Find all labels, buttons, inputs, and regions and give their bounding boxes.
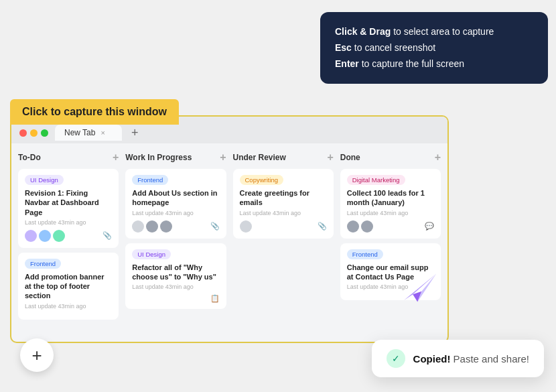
kanban-card[interactable]: Digital MarketingCollect 100 leads for 1… [340, 169, 441, 239]
card-attachment-icon: 📎 [102, 231, 112, 240]
card-attachment-icon: 📎 [210, 222, 220, 231]
avatar [240, 220, 252, 233]
card-tag: Copywriting [240, 175, 284, 185]
card-meta: Last update 43min ago [347, 210, 434, 216]
card-footer: 💬 [347, 220, 434, 233]
capture-banner[interactable]: Click to capture this window [10, 99, 179, 125]
avatar [361, 220, 373, 233]
avatar [146, 220, 158, 233]
plus-icon: + [31, 345, 42, 366]
avatar [347, 220, 359, 233]
traffic-light-green[interactable] [41, 129, 48, 137]
tooltip-line2: Esc to cancel sreenshot [335, 40, 533, 56]
browser-window: New Tab × + To-Do+UI DesignRevision 1: F… [10, 115, 449, 343]
card-tag: Frontend [132, 175, 168, 185]
traffic-light-red[interactable] [19, 129, 27, 137]
card-title: Add About Us section in homepage [132, 188, 219, 208]
card-attachment-icon: 💬 [425, 222, 434, 231]
copied-toast: ✓ Copied! Paste and share! [372, 340, 544, 377]
plane-icon [395, 262, 442, 312]
tab-add-button[interactable]: + [131, 126, 139, 140]
avatar [53, 230, 65, 242]
card-avatars [347, 220, 373, 233]
copied-bold: Copied! [413, 353, 451, 365]
kanban-column: Under Review+CopywritingCreate greetings… [233, 151, 334, 334]
tooltip-esc-text: to cancel sreenshot [352, 42, 435, 53]
traffic-light-yellow[interactable] [30, 129, 38, 137]
card-tag: Digital Marketing [347, 175, 405, 185]
avatar [132, 220, 144, 233]
card-title: Refactor all of "Why choose us" to "Why … [132, 263, 219, 282]
card-tag: Frontend [347, 249, 383, 259]
check-icon: ✓ [387, 349, 405, 368]
tab-close-button[interactable]: × [100, 129, 105, 137]
tooltip-enter-text: to capture the full screen [359, 58, 464, 69]
card-attachment-icon: 📋 [210, 294, 220, 303]
copied-text: Copied! Paste and share! [413, 353, 529, 365]
card-meta: Last update 43min ago [25, 219, 112, 226]
tooltip-line1: Click & Drag to select area to capture [335, 24, 533, 40]
column-add-button[interactable]: + [220, 151, 226, 164]
copied-rest: Paste and share! [450, 353, 529, 365]
tooltip-drag-bold: Click & Drag [335, 26, 391, 37]
card-meta: Last update 43min ago [132, 283, 219, 290]
card-title: Revision 1: Fixing Navbar at Dashboard P… [25, 188, 112, 217]
card-avatars [240, 220, 252, 233]
capture-tooltip: Click & Drag to select area to capture E… [320, 12, 548, 84]
tooltip-enter-bold: Enter [335, 58, 359, 69]
card-attachment-icon: 📎 [318, 222, 327, 231]
column-add-button[interactable]: + [327, 151, 333, 164]
card-footer: 📋 [132, 294, 219, 303]
card-avatars [25, 230, 65, 242]
card-avatars [132, 220, 172, 233]
card-tag: UI Design [132, 249, 171, 259]
tab-label: New Tab [64, 128, 95, 137]
kanban-card[interactable]: FrontendAdd About Us section in homepage… [125, 169, 226, 239]
column-header: Work In Progress+ [125, 151, 226, 164]
column-title: Done [340, 153, 360, 162]
avatar [39, 230, 51, 242]
column-title: Under Review [233, 153, 286, 162]
card-meta: Last update 43min ago [240, 210, 327, 216]
card-tag: Frontend [25, 259, 61, 269]
tooltip-line3: Enter to capture the full screen [335, 56, 533, 72]
column-header: Under Review+ [233, 151, 334, 164]
card-tag: UI Design [25, 175, 64, 185]
column-add-button[interactable]: + [113, 151, 119, 164]
kanban-column: To-Do+UI DesignRevision 1: Fixing Navbar… [18, 151, 119, 334]
kanban-card[interactable]: CopywritingCreate greetings for emailsLa… [233, 169, 334, 239]
card-footer: 📎 [25, 230, 112, 242]
card-meta: Last update 43min ago [132, 210, 219, 216]
kanban-card[interactable]: UI DesignRefactor all of "Why choose us"… [125, 243, 226, 310]
tooltip-esc-bold: Esc [335, 42, 352, 53]
kanban-card[interactable]: FrontendAdd promotion banner at the top … [18, 253, 119, 320]
avatar [160, 220, 172, 233]
add-button[interactable]: + [20, 338, 54, 372]
traffic-lights [19, 129, 48, 137]
card-footer: 📎 [132, 220, 219, 233]
card-meta: Last update 43min ago [25, 303, 112, 310]
capture-banner-label: Click to capture this window [22, 106, 167, 117]
card-title: Collect 100 leads for 1 month (January) [347, 188, 434, 208]
card-title: Add promotion banner at the top of foote… [25, 272, 112, 301]
column-title: To-Do [18, 153, 41, 162]
tooltip-drag-text: to select area to capture [391, 26, 494, 37]
kanban-column: Work In Progress+FrontendAdd About Us se… [125, 151, 226, 334]
column-add-button[interactable]: + [435, 151, 441, 164]
kanban-board: To-Do+UI DesignRevision 1: Fixing Navbar… [11, 143, 447, 342]
kanban-card[interactable]: UI DesignRevision 1: Fixing Navbar at Da… [18, 169, 119, 248]
column-title: Work In Progress [125, 153, 192, 162]
avatar [25, 230, 37, 242]
column-header: Done+ [340, 151, 441, 164]
browser-tab[interactable]: New Tab × [55, 125, 122, 141]
card-footer: 📎 [240, 220, 327, 233]
column-header: To-Do+ [18, 151, 119, 164]
card-title: Create greetings for emails [240, 188, 327, 208]
